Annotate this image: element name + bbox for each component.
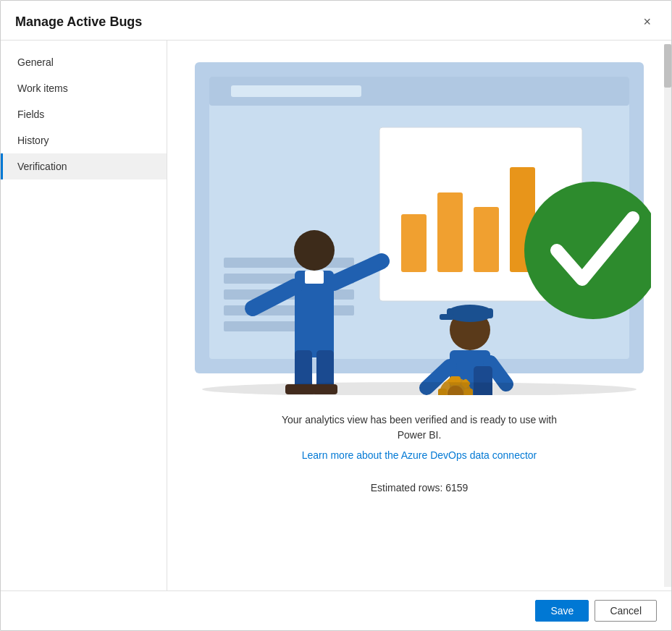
sidebar-item-fields[interactable]: Fields [1, 101, 167, 127]
dialog-header: Manage Active Bugs × [1, 1, 671, 41]
close-button[interactable]: × [637, 12, 657, 31]
svg-rect-3 [231, 85, 361, 97]
dialog-title: Manage Active Bugs [15, 14, 142, 30]
dialog-body: General Work items Fields History Verifi… [1, 41, 671, 590]
svg-rect-7 [224, 305, 354, 316]
sidebar-item-history[interactable]: History [1, 127, 167, 153]
save-button[interactable]: Save [535, 600, 589, 622]
main-content: Your analytics view has been verified an… [167, 41, 671, 590]
message-line1: Your analytics view has been verified an… [282, 412, 557, 443]
verification-illustration [188, 55, 651, 395]
sidebar-item-label-general: General [17, 56, 54, 68]
sidebar-item-work-items[interactable]: Work items [1, 75, 167, 101]
svg-rect-23 [305, 271, 324, 284]
svg-rect-27 [440, 314, 454, 320]
scrollbar-thumb[interactable] [664, 44, 671, 88]
svg-rect-11 [437, 192, 463, 272]
sidebar-item-label-fields: Fields [17, 109, 44, 120]
scrollbar-track[interactable] [664, 44, 671, 587]
svg-point-56 [202, 382, 637, 395]
sidebar-item-label-verification: Verification [17, 161, 67, 172]
sidebar-item-general[interactable]: General [1, 49, 167, 75]
estimated-rows: Estimated rows: 6159 [371, 482, 469, 494]
svg-rect-10 [401, 214, 427, 272]
dialog-footer: Save Cancel [1, 590, 671, 630]
sidebar-item-label-history: History [17, 135, 49, 146]
manage-active-bugs-dialog: Manage Active Bugs × General Work items … [0, 0, 672, 631]
svg-point-15 [294, 230, 335, 271]
sidebar: General Work items Fields History Verifi… [1, 41, 167, 590]
svg-rect-4 [224, 258, 354, 268]
sidebar-item-label-work-items: Work items [17, 82, 68, 94]
verification-message: Your analytics view has been verified an… [282, 412, 557, 462]
learn-more-link[interactable]: Learn more about the Azure DevOps data c… [302, 449, 537, 461]
sidebar-item-verification[interactable]: Verification [1, 153, 167, 179]
svg-rect-12 [474, 207, 499, 272]
cancel-button[interactable]: Cancel [595, 600, 657, 622]
